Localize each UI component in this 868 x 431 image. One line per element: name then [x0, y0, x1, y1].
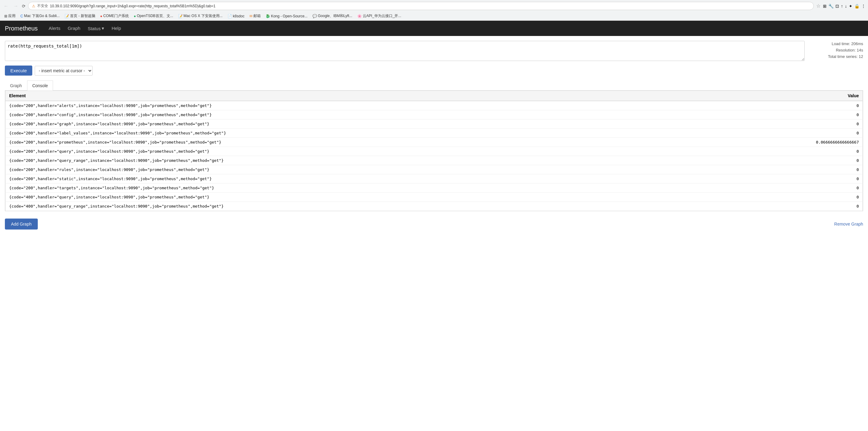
query-info: Load time: 206ms Resolution: 14s Total t…: [808, 41, 863, 60]
bookmark-apps-label: 应用: [8, 13, 16, 19]
bookmark-opentsdb-label: OpenTSDB首页、文...: [137, 13, 173, 19]
bookmark-apps[interactable]: ⊞ 应用: [2, 13, 18, 19]
value-cell: 0: [705, 156, 863, 165]
bookmark-kong-label: Kong - Open-Source...: [271, 14, 308, 18]
browser-chrome: ← → ⟳ ⚠ 不安全 ☆ ⊞ 🔧 ⊡ ↑ ↓ ✦ 🔒 ⋮ ⊞ 应用 C Mac…: [0, 0, 868, 21]
extension-icons: ⊞ 🔧 ⊡ ↑ ↓ ✦ 🔒 ⋮: [823, 4, 866, 8]
bookmark-huawei[interactable]: 🌸 云API_华为云接口_开...: [355, 13, 403, 19]
ext-icon-6: ✦: [849, 4, 852, 8]
reload-button[interactable]: ⟳: [22, 4, 26, 8]
element-cell: {code="400",handler="query_range",instan…: [5, 202, 706, 211]
bookmark-come[interactable]: ● COME门户系统: [98, 13, 131, 19]
bookmark-mail[interactable]: ✉ 邮箱: [248, 13, 262, 19]
bookmark-mac-go-label: Mac 下装Go & Subli...: [24, 13, 60, 19]
table-row: {code="400",handler="query",instance="lo…: [5, 193, 863, 202]
element-cell: {code="200",handler="prometheus",instanc…: [5, 138, 706, 147]
query-input[interactable]: rate(http_requests_total[1m]): [5, 41, 805, 61]
table-row: {code="200",handler="query_range",instan…: [5, 156, 863, 165]
bookmark-opentsdb-icon: ●: [134, 14, 136, 18]
remove-graph-button[interactable]: Remove Graph: [834, 222, 863, 227]
bookmark-huawei-icon: 🌸: [357, 14, 362, 18]
value-cell: 0: [705, 165, 863, 174]
query-section: rate(http_requests_total[1m]) Load time:…: [5, 41, 863, 62]
bookmark-macosx[interactable]: 📝 Mac OS X 下安装使用...: [176, 13, 224, 19]
value-cell: 0: [705, 101, 863, 110]
nav-status[interactable]: Status ▾: [84, 26, 108, 31]
browser-toolbar: ← → ⟳ ⚠ 不安全 ☆ ⊞ 🔧 ⊡ ↑ ↓ ✦ 🔒 ⋮: [0, 0, 868, 12]
add-graph-button[interactable]: Add Graph: [5, 219, 38, 230]
value-cell: 0: [705, 183, 863, 193]
bookmark-mac-go[interactable]: C Mac 下装Go & Subli...: [19, 13, 62, 19]
table-header-row: Element Value: [5, 91, 863, 101]
value-cell: 0: [705, 193, 863, 202]
bookmark-google-ibm[interactable]: 💬 Google、IBM和Lyft...: [311, 13, 354, 19]
tab-graph[interactable]: Graph: [5, 81, 27, 90]
nav-status-label: Status: [88, 26, 101, 31]
element-cell: {code="200",handler="static",instance="l…: [5, 174, 706, 183]
nav-status-caret: ▾: [102, 26, 104, 31]
ext-icon-4: ↑: [841, 4, 843, 8]
value-cell: 0: [705, 119, 863, 128]
bottom-actions: Add Graph Remove Graph: [5, 216, 863, 232]
element-cell: {code="200",handler="label_values",insta…: [5, 128, 706, 138]
bookmark-come-icon: ●: [100, 14, 102, 18]
bookmark-opentsdb[interactable]: ● OpenTSDB首页、文...: [132, 13, 175, 19]
metric-insert-select[interactable]: - insert metric at cursor -: [35, 66, 93, 76]
element-cell: {code="200",handler="graph",instance="lo…: [5, 119, 706, 128]
table-row: {code="200",handler="query",instance="lo…: [5, 147, 863, 156]
bookmark-homepage[interactable]: 📝 首页 - 新智超脑: [63, 13, 97, 19]
tab-content: Element Value {code="200",handler="alert…: [5, 90, 863, 211]
table-row: {code="200",handler="graph",instance="lo…: [5, 119, 863, 128]
execute-button[interactable]: Execute: [5, 65, 32, 76]
main-content: rate(http_requests_total[1m]) Load time:…: [0, 36, 868, 237]
results-table: Element Value {code="200",handler="alert…: [5, 90, 863, 211]
element-cell: {code="200",handler="targets",instance="…: [5, 183, 706, 193]
value-cell: 0: [705, 128, 863, 138]
bookmark-kong[interactable]: 🐉 Kong - Open-Source...: [264, 13, 309, 19]
element-cell: {code="200",handler="rules",instance="lo…: [5, 165, 706, 174]
element-cell: {code="200",handler="query",instance="lo…: [5, 147, 706, 156]
security-icon: ⚠: [32, 4, 35, 8]
back-button[interactable]: ←: [2, 3, 10, 9]
app-brand[interactable]: Prometheus: [5, 25, 38, 32]
app-navbar: Prometheus Alerts Graph Status ▾ Help: [0, 21, 868, 36]
load-time: Load time: 206ms: [808, 41, 863, 47]
bookmark-huawei-label: 云API_华为云接口_开...: [363, 13, 401, 19]
table-row: {code="200",handler="config",instance="l…: [5, 110, 863, 119]
forward-button[interactable]: →: [12, 3, 20, 9]
bookmark-google-ibm-label: Google、IBM和Lyft...: [318, 13, 352, 19]
bookmark-google-ibm-icon: 💬: [312, 14, 317, 18]
bookmark-k8sdoc-icon: 📄: [227, 14, 232, 18]
tab-console[interactable]: Console: [27, 81, 53, 90]
nav-alerts[interactable]: Alerts: [45, 21, 64, 36]
bookmark-mail-label: 邮箱: [253, 13, 261, 19]
bookmark-k8sdoc[interactable]: 📄 k8sdoc: [226, 13, 246, 19]
nav-help[interactable]: Help: [108, 21, 125, 36]
action-bar: Execute - insert metric at cursor -: [5, 65, 863, 76]
bookmark-mac-go-icon: C: [21, 14, 23, 18]
bookmark-macosx-icon: 📝: [178, 14, 183, 18]
ext-icon-5: ↓: [845, 4, 847, 8]
table-row: {code="200",handler="static",instance="l…: [5, 174, 863, 183]
table-row: {code="200",handler="prometheus",instanc…: [5, 138, 863, 147]
query-textarea-wrap: rate(http_requests_total[1m]): [5, 41, 805, 62]
apps-icon: ⊞: [4, 14, 7, 18]
value-cell: 0: [705, 202, 863, 211]
bookmark-come-label: COME门户系统: [103, 13, 129, 19]
nav-graph[interactable]: Graph: [64, 21, 84, 36]
bookmark-homepage-icon: 📝: [65, 14, 69, 18]
bookmark-homepage-label: 首页 - 新智超脑: [70, 13, 95, 19]
total-series: Total time series: 12: [808, 54, 863, 60]
url-input[interactable]: [50, 4, 810, 8]
table-body: {code="200",handler="alerts",instance="l…: [5, 101, 863, 211]
bookmark-macosx-label: Mac OS X 下安装使用...: [184, 13, 223, 19]
ext-icon-3: ⊡: [835, 4, 839, 8]
bookmark-star-button[interactable]: ☆: [816, 3, 820, 9]
value-column-header: Value: [705, 91, 863, 101]
value-cell: 0: [705, 147, 863, 156]
value-cell: 0: [705, 110, 863, 119]
table-row: {code="200",handler="rules",instance="lo…: [5, 165, 863, 174]
resolution: Resolution: 14s: [808, 47, 863, 54]
tabs: Graph Console: [5, 81, 863, 90]
element-cell: {code="200",handler="query_range",instan…: [5, 156, 706, 165]
